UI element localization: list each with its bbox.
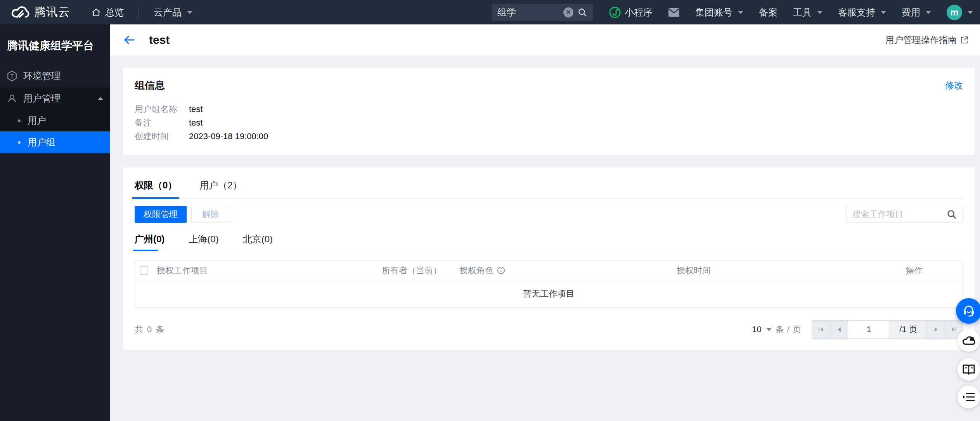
prev-page-button[interactable] [830, 321, 848, 338]
chevron-down-icon [881, 11, 886, 14]
topbar-search: × [492, 4, 593, 21]
nav-support-label: 客服支持 [838, 6, 875, 19]
group-info-card: 组信息 修改 用户组名称 test 备注 test 创建时间 2023-09-1… [123, 68, 975, 155]
sidebar-item-user-management[interactable]: 用户管理 [0, 87, 110, 110]
field-value: test [189, 118, 203, 128]
clear-search-icon[interactable]: × [563, 7, 573, 17]
chevron-down-icon [766, 328, 772, 331]
pager: 1 /1 页 [812, 320, 963, 339]
open-book-icon [962, 364, 975, 375]
chevron-down-icon [926, 11, 931, 14]
field-row: 备注 test [135, 116, 963, 129]
remove-button[interactable]: 解除 [191, 206, 230, 223]
guide-link[interactable]: 用户管理操作指南 [885, 34, 969, 46]
guide-link-label: 用户管理操作指南 [885, 34, 957, 46]
brand-name: 腾讯云 [34, 4, 70, 20]
external-link-icon [960, 35, 969, 45]
next-page-icon [932, 326, 940, 333]
region-tabs: 广州(0) 上海(0) 北京(0) [135, 233, 963, 251]
page-size-value: 10 [752, 324, 761, 335]
region-tab-shanghai[interactable]: 上海(0) [189, 233, 218, 251]
column-header-time: 授权时间 [677, 265, 906, 276]
environment-icon [7, 71, 17, 81]
edit-button[interactable]: 修改 [945, 79, 963, 91]
field-row: 用户组名称 test [135, 102, 963, 116]
table-empty-state: 暂无工作项目 [135, 280, 963, 307]
page-size-unit: 条 / 页 [776, 324, 802, 335]
manage-permissions-button[interactable]: 权限管理 [135, 206, 187, 223]
miniprogram-icon [609, 7, 621, 18]
field-label: 用户组名称 [135, 104, 189, 115]
sidebar-item-label: 用户 [28, 114, 46, 127]
project-search-input[interactable] [852, 209, 942, 219]
topbar-search-input[interactable] [497, 7, 559, 18]
nav-products[interactable]: 云产品 [154, 6, 192, 19]
app-window: 腾讯云 总览 云产品 × 小程序 [0, 0, 980, 421]
nav-products-label: 云产品 [154, 6, 182, 19]
search-icon[interactable] [577, 7, 587, 17]
column-header-project: 授权工作项目 [157, 265, 382, 276]
tencent-cloud-logo[interactable]: 腾讯云 [11, 4, 70, 20]
sidebar-item-label: 环境管理 [23, 70, 61, 82]
column-header-role: 授权角色 [459, 265, 677, 276]
tab-users[interactable]: 用户（2） [199, 179, 242, 198]
mail-icon[interactable] [668, 8, 680, 17]
page-title: test [149, 33, 170, 47]
nav-group-account[interactable]: 集团账号 [695, 6, 743, 19]
region-tab-beijing[interactable]: 北京(0) [243, 233, 273, 251]
headset-icon [962, 304, 976, 318]
prev-page-icon [835, 326, 843, 333]
page-size-select[interactable]: 10 [752, 324, 771, 335]
column-header-actions: 操作 [906, 265, 963, 276]
nav-billing[interactable]: 费用 [902, 6, 931, 19]
field-value: 2023-09-18 19:00:00 [189, 131, 268, 141]
nav-miniprogram-label: 小程序 [625, 6, 653, 19]
feedback-button[interactable] [957, 386, 980, 408]
first-page-button[interactable] [812, 321, 830, 338]
tab-permissions[interactable]: 权限（0） [135, 179, 177, 198]
nav-overview[interactable]: 总览 [91, 6, 124, 19]
nav-miniprogram[interactable]: 小程序 [609, 6, 653, 19]
group-info-fields: 用户组名称 test 备注 test 创建时间 2023-09-18 19:00… [135, 102, 963, 143]
first-page-icon [817, 326, 825, 333]
cloud-bell-icon [962, 335, 975, 346]
back-arrow-icon [123, 35, 135, 45]
sidebar-item-environment[interactable]: 环境管理 [0, 65, 110, 87]
search-icon[interactable] [946, 209, 957, 220]
account-menu[interactable]: m [947, 5, 973, 20]
main-area: test 用户管理操作指南 组信息 修改 用户组名称 test [110, 24, 980, 421]
bullet-dot [18, 119, 21, 122]
sidebar: 腾讯健康组学平台 环境管理 用户管理 用户 [0, 24, 110, 421]
cloud-alert-button[interactable] [957, 329, 980, 352]
nav-group-account-label: 集团账号 [695, 6, 732, 19]
docs-button[interactable] [957, 358, 980, 381]
bullet-dot [18, 141, 21, 144]
permissions-panel: 权限（0） 用户（2） 权限管理 解除 广州(0) 上海(0) [123, 167, 975, 350]
region-tab-guangzhou[interactable]: 广州(0) [135, 233, 164, 251]
next-page-button[interactable] [927, 321, 945, 338]
home-icon [91, 7, 101, 17]
nav-overview-label: 总览 [105, 6, 124, 19]
pagination: 共 0 条 10 条 / 页 [135, 320, 963, 339]
chevron-down-icon [968, 11, 973, 14]
nav-icp[interactable]: 备案 [759, 6, 777, 19]
sidebar-item-label: 用户组 [28, 136, 55, 148]
nav-tools-label: 工具 [793, 6, 812, 19]
user-icon [7, 93, 17, 104]
panel-toolbar: 权限管理 解除 [135, 206, 963, 223]
select-all-checkbox[interactable] [140, 266, 148, 275]
nav-tools[interactable]: 工具 [793, 6, 822, 19]
field-value: test [189, 104, 203, 114]
back-button[interactable] [123, 35, 135, 45]
info-icon[interactable] [497, 266, 506, 275]
current-page[interactable]: 1 [848, 321, 890, 338]
avatar: m [947, 5, 962, 20]
sidebar-item-user[interactable]: 用户 [0, 110, 110, 131]
sidebar-item-user-group[interactable]: 用户组 [0, 131, 110, 153]
nav-support[interactable]: 客服支持 [838, 6, 886, 19]
customer-service-button[interactable] [956, 298, 980, 324]
nav-billing-label: 费用 [902, 6, 920, 19]
chevron-down-icon [817, 11, 822, 14]
project-search [847, 206, 963, 223]
chevron-down-icon [738, 11, 743, 14]
